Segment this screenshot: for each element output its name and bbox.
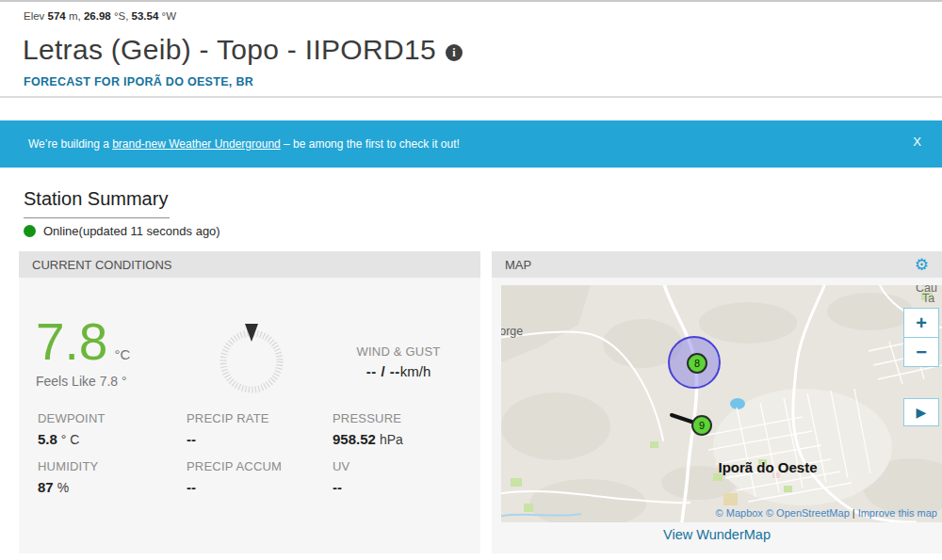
- wind-compass-icon: [214, 322, 289, 397]
- map-label-partial-2: Ta: [922, 292, 934, 305]
- info-icon[interactable]: i: [446, 44, 463, 61]
- promo-link[interactable]: brand-new Weather Underground: [112, 137, 281, 151]
- map-panel: MAP ⚙: [492, 251, 942, 553]
- map-header: MAP: [505, 258, 531, 272]
- map-attribution: © Mapbox © OpenStreetMap|Improve this ma…: [716, 507, 937, 519]
- feels-like: Feels Like 7.8 °: [36, 374, 130, 389]
- station-status: Online(updated 11 seconds ago): [24, 224, 220, 238]
- top-border: [0, 0, 942, 2]
- station-summary-heading: Station Summary: [24, 188, 170, 218]
- osm-link[interactable]: © OpenStreetMap: [766, 507, 850, 519]
- wind-gust-block: WIND & GUST -- / --km/h: [328, 344, 469, 379]
- station-marker-9[interactable]: 9: [691, 415, 712, 436]
- map-zoom-controls: + −: [903, 308, 939, 367]
- metric-dewpoint: DEWPOINT 5.8° C: [38, 411, 187, 448]
- status-text: Online(updated 11 seconds ago): [43, 224, 220, 238]
- header-divider: [0, 96, 942, 98]
- close-icon[interactable]: X: [913, 135, 921, 149]
- wind-gust-value: -- / --km/h: [328, 363, 469, 379]
- current-conditions-panel: CURRENT CONDITIONS 7.8°C Feels Like 7.8 …: [19, 251, 480, 553]
- metrics-grid: DEWPOINT 5.8° C PRECIP RATE -- PRESSURE …: [38, 411, 474, 496]
- wind-gust-label: WIND & GUST: [328, 344, 469, 359]
- promo-banner: We’re building a brand-new Weather Under…: [0, 120, 942, 168]
- current-conditions-header: CURRENT CONDITIONS: [19, 251, 480, 278]
- temperature-value: 7.8: [36, 312, 107, 371]
- mapbox-link[interactable]: © Mapbox: [716, 507, 763, 519]
- view-wundermap-link[interactable]: View WunderMap: [492, 527, 942, 542]
- metric-uv: UV --: [333, 459, 474, 496]
- map-label-jorge: Jorge: [501, 325, 523, 338]
- temperature-block: 7.8°C Feels Like 7.8 °: [36, 313, 130, 389]
- zoom-out-button[interactable]: −: [904, 337, 938, 366]
- map-play-button[interactable]: ▶: [903, 398, 939, 426]
- improve-map-link[interactable]: Improve this map: [858, 507, 937, 519]
- station-page: Elev 574 m, 26.98 °S, 53.54 °W Letras (G…: [0, 0, 942, 560]
- map-terrain: [501, 285, 942, 522]
- map-canvas[interactable]: Jorge Cau Ta 8 9 Iporã do Oeste + − ▶ © …: [501, 285, 942, 522]
- metric-precip-accum: PRECIP ACCUM --: [187, 459, 333, 496]
- zoom-in-button[interactable]: +: [904, 309, 938, 337]
- promo-text: We’re building a brand-new Weather Under…: [28, 137, 460, 151]
- forecast-link[interactable]: FORECAST FOR IPORÃ DO OESTE, BR: [24, 75, 253, 88]
- page-title: Letras (Geib) - Topo - IIPORD15: [23, 34, 436, 66]
- metric-precip-rate: PRECIP RATE --: [187, 411, 333, 448]
- map-label-town: Iporã do Oeste: [702, 459, 834, 475]
- gear-icon[interactable]: ⚙: [915, 257, 929, 273]
- metric-humidity: HUMIDITY 87%: [38, 459, 187, 496]
- station-marker-8[interactable]: 8: [687, 353, 707, 374]
- temperature-unit: °C: [114, 346, 130, 362]
- online-status-dot: [24, 225, 36, 237]
- metric-pressure: PRESSURE 958.52hPa: [333, 411, 474, 448]
- elevation-coordinates: Elev 574 m, 26.98 °S, 53.54 °W: [24, 10, 176, 22]
